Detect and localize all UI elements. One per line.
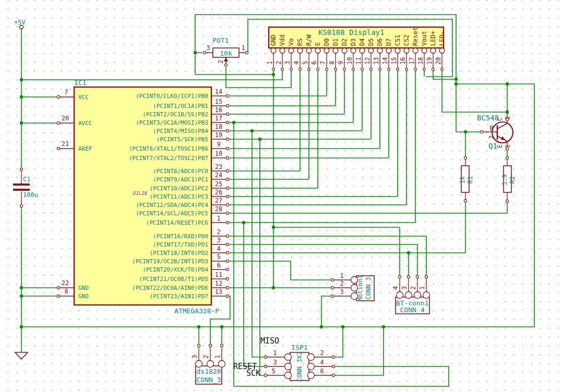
ic1-pin-name: (PCINT2/OC1B/SS)PB2 xyxy=(142,111,208,118)
ic1-pin-num: 25 xyxy=(215,180,222,188)
ic1-pin-num: 22 xyxy=(62,279,69,287)
display-pin-name: D0 xyxy=(323,39,330,46)
r2-value: 3.9 xyxy=(501,174,508,186)
display-pin-name: Vo xyxy=(288,39,295,46)
c1-capacitor-symbol[interactable] xyxy=(13,183,30,191)
ds1820-pin-num: 3 xyxy=(191,355,198,359)
q1-transistor-symbol[interactable] xyxy=(492,122,513,143)
display-pin-name: LED- xyxy=(438,31,446,46)
isp1-pin-num: 3 xyxy=(273,359,277,366)
ic1-pin-name: (PCINT16/RXD)PD0 xyxy=(153,233,208,240)
ds1820-value: CONN_3 xyxy=(197,376,221,384)
display-pin-name: Reset xyxy=(412,27,419,46)
ds1820-pin-num: 1 xyxy=(214,355,221,359)
display-pin-name: D6 xyxy=(376,39,384,46)
ic1-pin-name: VCC xyxy=(78,94,89,101)
motion1-value: CONN_3 xyxy=(365,277,372,299)
display-pin-num: 10 xyxy=(346,57,353,65)
display-pin-name: CS2 xyxy=(403,34,410,46)
ic1-pin-num: 17 xyxy=(215,115,222,122)
q1-pin-e-num: 1 xyxy=(504,144,511,148)
display-pin-num: 17 xyxy=(408,57,415,65)
ic1-pin-name: (PCINT4/MISO)PB4 xyxy=(153,128,208,134)
ic1-pin-num: 28 xyxy=(215,205,222,213)
wire-mcu-rows[interactable] xyxy=(210,96,507,344)
r1-value: 1k xyxy=(459,176,466,183)
ic1-pin-num: 16 xyxy=(215,106,222,114)
ic1-pin-name: (PCINT14/RESET)PC6 xyxy=(146,219,208,226)
ic1-pin-name: (PCINT22/OC0A/AIN0)PD6 xyxy=(132,285,208,291)
display-pin-name: LED+ xyxy=(429,31,437,46)
pot1-pin2: 2 xyxy=(217,60,224,64)
display-pin-name: Vout xyxy=(421,31,428,46)
ic1-pin-name: (PCINT11/ADC3)PC3 xyxy=(149,193,208,200)
isp1-pin-num: 5 xyxy=(271,368,275,375)
display-pin-num: 18 xyxy=(417,57,424,65)
ic1-pin-num: 26 xyxy=(215,189,222,196)
ic1-pin-name: (PCINT8/ADC0)PC0 xyxy=(153,168,208,175)
ic1-value: ATMEGA328-P xyxy=(174,307,219,315)
ic1-pin-name: (PCINT14/SCL/ADC5)PC5 xyxy=(136,210,208,217)
ic1-pin-name: (PCINT21/OC0B/T1)PD5 xyxy=(139,276,208,283)
ic1-pin-num: 19 xyxy=(215,131,222,139)
display-title: KS0108 Display1 xyxy=(318,28,384,36)
ic1-pin-num: 12 xyxy=(215,280,222,287)
display-pin-num: 20 xyxy=(435,57,442,65)
motion1-pin-num: 3 xyxy=(340,288,343,296)
ic1-pin-name: AVCC xyxy=(78,120,92,127)
q1-pin-c-num: 3 xyxy=(504,116,511,120)
display-pin-name: Vdd xyxy=(279,34,286,46)
btconn1-value: CONN_4 xyxy=(400,306,425,314)
ic1-pin-num: 4 xyxy=(217,245,220,252)
ic1-pin-name: (PCINT23/AIN1)PD7 xyxy=(149,293,208,300)
ic1-pin-name: GND xyxy=(78,293,89,300)
ic1-pin-name: AREF xyxy=(78,145,92,152)
ic1-pin-num: 21 xyxy=(62,140,69,148)
display-pin-num: 14 xyxy=(381,57,389,65)
ic1-pin-name: (PCINT19/OC2B/INT1)PD3 xyxy=(132,258,208,265)
pot1-pin1: 1 xyxy=(241,44,245,52)
ic1-pin-num: 18 xyxy=(215,123,222,130)
q1-type: BC548 xyxy=(477,114,499,122)
q1-pin-c: C xyxy=(496,117,504,121)
ic1-pin-name: (PCINT18/INT0)PD2 xyxy=(149,250,208,256)
ic1-pin-num: 5 xyxy=(217,253,220,261)
q1-pin-e: E xyxy=(496,144,504,148)
r2-ref: R2 xyxy=(509,176,516,183)
ic1-pin-num: 13 xyxy=(215,288,222,296)
ic1-pin-num: 10 xyxy=(215,150,222,157)
display-pin-num: 16 xyxy=(399,57,406,65)
ic1-pin-num: 8 xyxy=(64,288,68,295)
ic1-pin-num: 2 xyxy=(217,228,220,236)
display-pin-num: 11 xyxy=(355,57,362,65)
plus5v-label: +5V xyxy=(14,19,26,26)
btconn1-pin-num: 1 xyxy=(418,286,426,290)
display-pin-num: 3 xyxy=(284,61,291,65)
q1-pin-b-num: 2 xyxy=(488,136,495,139)
ic1-pin-num: 20 xyxy=(62,115,69,122)
ic1-pin-name: (PCINT20/XCK/T0)PD4 xyxy=(142,266,208,273)
display-pin-num: 13 xyxy=(373,57,380,65)
btconn1-pin-num: 3 xyxy=(401,286,408,290)
isp1-pin-num: 2 xyxy=(320,349,324,357)
ic1-pin-num: 23 xyxy=(215,163,222,170)
wire-isp-ds-bt[interactable] xyxy=(199,84,534,386)
display-pin-name: D5 xyxy=(367,39,375,46)
motion1-pin-num: 1 xyxy=(340,272,343,279)
display-pin-num: 9 xyxy=(337,61,344,65)
ic1-pin-name: (PCINT10/ADC2)PC2 xyxy=(149,185,208,192)
ds1820-ref: ds1820 xyxy=(197,368,221,375)
ds1820-pin-num: 2 xyxy=(202,355,210,359)
ic1-pin-num: 27 xyxy=(215,197,222,204)
ic1-pin-num: 1 xyxy=(217,215,220,222)
display-pin-num: 15 xyxy=(390,57,398,65)
pot1-wiper-arrow xyxy=(224,57,228,62)
display-pin-name: D2 xyxy=(341,39,348,46)
schematic-canvas: +5V IC1 ATMEGA328-P DIL28 7 VCC 20 AVCC … xyxy=(0,0,562,392)
btconn1-pin-num: 2 xyxy=(410,286,417,290)
btconn1-pin-num: 4 xyxy=(392,286,399,290)
ic1-pin-num: 7 xyxy=(64,89,68,96)
ic1-pin-name: (PCINT3/OC2A/MOSI)PB3 xyxy=(136,119,208,126)
display-pin-num: 4 xyxy=(293,61,300,65)
pot1-pin3: 3 xyxy=(206,44,210,52)
